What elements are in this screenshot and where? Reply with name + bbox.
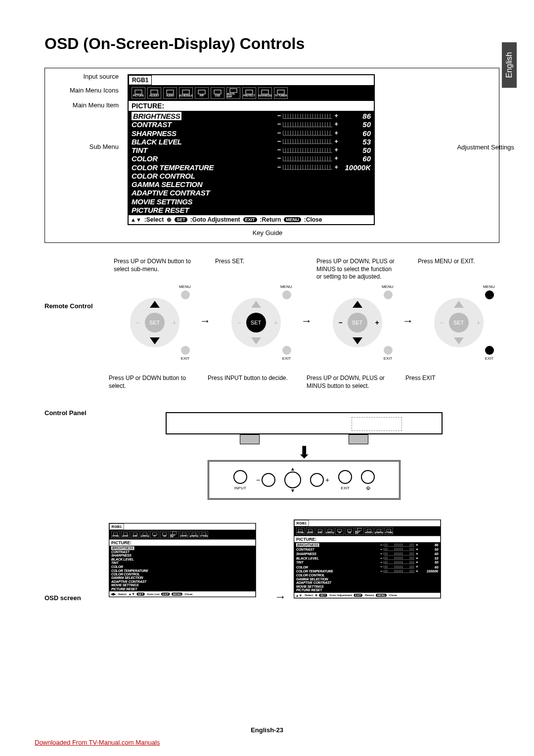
menu-icon: PICTURE — [132, 87, 145, 99]
osd-source: RGB1 — [129, 75, 152, 85]
page-title: OSD (On-Screen-Display) Controls — [44, 35, 499, 53]
menu-icon: AUDIO — [316, 527, 324, 535]
menu-icon: AUDIO — [131, 531, 139, 538]
osd-small-right: RGB1 PICTUREADJUSTAUDIOSCHEDULEPIPOSDMUL… — [294, 520, 441, 598]
menu-icon: ADJUST — [147, 87, 161, 99]
osd-item: CONTRAST− +50 — [132, 120, 371, 129]
flow-arrow-icon: → — [301, 315, 312, 328]
svg-rect-3 — [182, 90, 189, 94]
svg-rect-0 — [135, 90, 142, 94]
input-button — [233, 470, 247, 484]
remote-diagram-4: −+ SET MENUEXIT — [427, 290, 491, 355]
svg-rect-24 — [338, 529, 342, 532]
menu-icon: SCHEDULE — [179, 87, 193, 99]
language-tab: English — [502, 42, 517, 88]
menu-icon: PIP — [195, 87, 209, 99]
menu-icon: PROTECT — [180, 531, 188, 538]
osd-item: SHARPNESS− +60 — [132, 129, 371, 138]
menu-icon: PIP — [335, 527, 344, 535]
svg-rect-27 — [367, 529, 371, 532]
osd-item: COLOR TEMPERATURE− +10000K — [132, 163, 371, 172]
osd-item: BLACK LEVEL− +53 — [132, 138, 371, 146]
svg-rect-29 — [387, 529, 391, 532]
osd-item: ADAPTIVE CONTRAST — [132, 189, 371, 197]
cp-step-3: Press UP or DOWN, PLUS or MINUS button t… — [307, 375, 391, 407]
osd-heading: PICTURE: — [129, 101, 374, 111]
cp-step-1: Press UP or DOWN button to select. — [109, 375, 193, 407]
menu-icon: OSD — [211, 87, 224, 99]
osd-item: MOVIE SETTINGS — [132, 197, 371, 206]
osd-key-guide: ▲▼:Select ⊕SET:Goto Adjustment EXIT:Retu… — [129, 215, 374, 224]
svg-rect-6 — [230, 89, 237, 93]
osd-item: COLOR− +60 — [132, 154, 371, 163]
cp-step-2: Press INPUT button to decide. — [208, 375, 292, 407]
menu-icon: MULTI-DSP — [170, 531, 178, 538]
svg-rect-9 — [277, 90, 284, 94]
menu-icon: ADVANCED — [375, 527, 383, 535]
osd-item: ADAPTIVE CONTRAST — [296, 581, 439, 584]
svg-rect-1 — [151, 90, 158, 94]
remote-diagram-1: −+ SET MENUEXIT — [123, 290, 187, 355]
exit-button — [338, 470, 352, 484]
remote-diagram-3: −+ SET MENUEXIT — [325, 290, 390, 355]
osd-item: COLOR TEMPERATURE− +10000K — [296, 569, 439, 573]
menu-icon: PROTECT — [242, 87, 256, 99]
osd-small-left: RGB1 PICTUREADJUSTAUDIOSCHEDULEPIPOSDMUL… — [109, 523, 256, 597]
menu-icon: TV TUNER — [274, 87, 288, 99]
svg-rect-2 — [167, 90, 174, 94]
osd-item: COLOR CONTROL — [132, 172, 371, 180]
menu-icon: PICTURE — [296, 527, 305, 535]
svg-rect-4 — [198, 90, 205, 94]
control-panel-label: Control Panel — [44, 375, 109, 500]
menu-icon: PROTECT — [365, 527, 373, 535]
svg-rect-8 — [262, 90, 268, 94]
svg-rect-5 — [214, 90, 221, 94]
power-button — [361, 470, 375, 484]
svg-rect-20 — [298, 529, 303, 532]
osd-item: BRIGHTNESS− +86 — [132, 112, 371, 120]
osd-iconrow: PICTUREADJUSTAUDIOSCHEDULEPIPOSDMULTI-DS… — [129, 85, 374, 101]
menu-icon: MULTI-DSP — [355, 527, 363, 535]
flow-arrow-icon: → — [200, 315, 211, 328]
menu-icon: TV TUNER — [385, 527, 393, 535]
menu-icon: SCHEDULE — [140, 531, 149, 538]
menu-icon: OSD — [160, 531, 169, 538]
menu-icon: PIP — [150, 531, 159, 538]
svg-rect-28 — [377, 529, 381, 532]
menu-icon: MULTI-DSP — [226, 87, 240, 99]
label-key-guide: Key Guide — [51, 229, 484, 236]
control-panel-diagram: INPUT − ▲ ▼ + EXIT ⏻ — [208, 460, 400, 500]
osd-item: GAMMA SELECTION — [296, 577, 439, 581]
flow-arrow-icon: → — [274, 590, 286, 604]
monitor-diagram — [166, 412, 443, 434]
osd-item: GAMMA SELECTION — [132, 180, 371, 189]
cp-step-4: Press EXIT — [405, 375, 490, 407]
menu-icon: ADVANCED — [190, 531, 198, 538]
menu-icon: TV TUNER — [200, 531, 208, 538]
menu-icon: AUDIO — [163, 87, 177, 99]
menu-icon: SCHEDULE — [325, 527, 334, 535]
svg-rect-23 — [328, 529, 332, 532]
osd-item: PICTURE RESET — [296, 588, 439, 592]
osd-screen-label: OSD screen — [44, 565, 109, 602]
osd-item: PICTURE RESET — [111, 587, 254, 591]
svg-rect-21 — [308, 529, 312, 532]
svg-rect-25 — [348, 529, 352, 532]
osd-item: PICTURE RESET — [132, 206, 371, 214]
osd-item: MOVIE SETTINGS — [296, 585, 439, 588]
menu-icon: ADVANCED — [258, 87, 272, 99]
osd-item: TINT− +50 — [132, 146, 371, 154]
menu-icon: ADJUST — [121, 531, 130, 538]
menu-icon: OSD — [345, 527, 354, 535]
osd-panel: RGB1 PICTUREADJUSTAUDIOSCHEDULEPIPOSDMUL… — [128, 74, 375, 225]
remote-control-label: Remote Control — [44, 258, 109, 355]
osd-item: COLOR CONTROL — [296, 573, 439, 577]
download-link[interactable]: Downloaded From TV-Manual.com Manuals — [35, 739, 160, 746]
page-footer: English-23 — [0, 726, 534, 734]
menu-icon: ADJUST — [306, 527, 314, 535]
flow-arrow-icon: → — [402, 315, 413, 328]
menu-icon: PICTURE — [111, 531, 120, 538]
down-arrow-icon: ⬇ — [109, 442, 499, 462]
osd-figure: RGB1 PICTUREADJUSTAUDIOSCHEDULEPIPOSDMUL… — [44, 68, 499, 243]
remote-diagram-2: −+ SET MENUEXIT — [224, 290, 288, 355]
